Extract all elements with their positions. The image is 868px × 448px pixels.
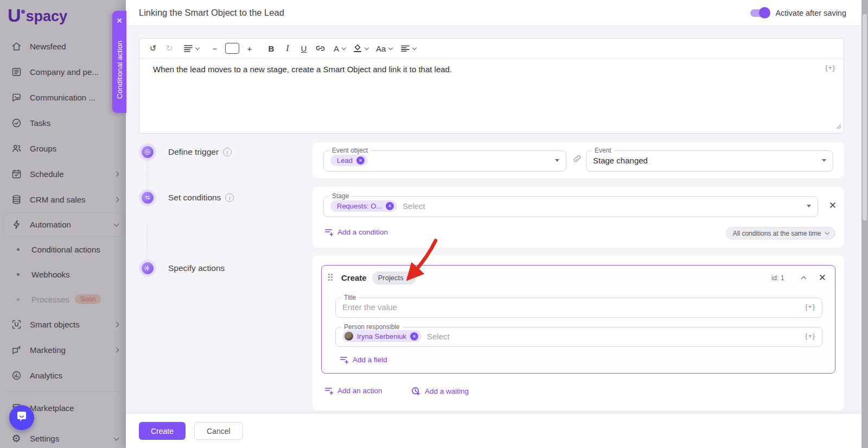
stage-label: Stage — [329, 193, 352, 199]
info-icon[interactable]: i — [225, 193, 234, 202]
chip-remove-icon[interactable]: ✕ — [410, 332, 418, 340]
editor-textarea[interactable]: When the lead moves to a new stage, crea… — [139, 59, 844, 134]
action-card-header: Create Projects id: 1 ✕ — [322, 266, 835, 290]
line-height-icon[interactable] — [183, 41, 200, 55]
action-object-label: Projects — [378, 274, 404, 282]
scrollbar-thumb[interactable] — [863, 14, 867, 220]
add-condition-button[interactable]: Add a condition — [324, 228, 388, 236]
tab-label: Conditional action — [112, 30, 126, 109]
chat-bubble-icon — [15, 410, 28, 425]
activate-toggle-label: Activate after saving — [775, 9, 846, 17]
link-icon[interactable] — [313, 41, 327, 55]
title-field[interactable]: Title Enter the value {+} — [335, 295, 822, 318]
action-verb: Create — [341, 273, 367, 282]
letter-case-icon[interactable]: Aa — [375, 41, 393, 55]
event-object-chip[interactable]: Lead ✕ — [330, 155, 368, 166]
cancel-button[interactable]: Cancel — [194, 422, 243, 440]
person-chip[interactable]: Iryna Serbeniuk ✕ — [342, 330, 422, 342]
chip-remove-icon[interactable]: ✕ — [386, 202, 394, 210]
collapse-icon[interactable] — [801, 276, 806, 281]
stage-select[interactable]: Stage Requests: O... ✕ Select — [323, 193, 818, 217]
actions-bolt-icon — [139, 260, 156, 277]
add-waiting-label: Add a waiting — [425, 387, 469, 395]
step-specify-actions: Specify actions — [139, 260, 225, 277]
select-placeholder: Select — [427, 332, 450, 341]
person-responsible-label: Person responsible — [341, 324, 403, 330]
remove-condition-icon[interactable]: ✕ — [829, 201, 837, 210]
dropdown-caret-icon — [807, 205, 811, 207]
underline-icon[interactable]: U — [297, 41, 311, 55]
trigger-panel: Event object Lead ✕ Event Stage changed — [312, 142, 844, 178]
drag-handle-icon[interactable] — [328, 274, 334, 282]
actions-panel: Create Projects id: 1 ✕ Title Enter the … — [312, 255, 844, 411]
align-icon[interactable] — [400, 41, 417, 55]
increase-font-icon[interactable]: + — [242, 41, 257, 55]
chip-label: Requests: O... — [337, 202, 382, 210]
toggle-knob — [759, 7, 770, 18]
description-editor: ↺ ↻ − + B I U A Aa When the lead moves t… — [139, 38, 844, 134]
page-scrollbar[interactable] — [861, 0, 868, 448]
select-placeholder: Select — [403, 201, 425, 211]
event-value: Stage changed — [593, 156, 648, 165]
step-label: Define trigger — [168, 147, 219, 157]
app-root: U spacy Newsfeed Company and pe... Commu… — [0, 0, 868, 448]
insert-variable-token[interactable]: {+} — [805, 303, 815, 311]
step-label: Specify actions — [168, 263, 225, 273]
step-set-conditions: Set conditionsi — [139, 189, 234, 206]
action-card: Create Projects id: 1 ✕ Title Enter the … — [321, 265, 835, 374]
person-responsible-select[interactable]: Person responsible Iryna Serbeniuk ✕ Sel… — [335, 324, 822, 347]
activate-toggle[interactable] — [750, 9, 769, 17]
chip-label: Iryna Serbeniuk — [357, 332, 406, 340]
editor-toolbar: ↺ ↻ − + B I U A Aa — [139, 39, 844, 59]
conditional-action-drawer: Linking the Smart Object to the Lead Act… — [126, 0, 861, 448]
page-title: Linking the Smart Object to the Lead — [139, 8, 750, 18]
text-color-icon[interactable]: A — [333, 41, 347, 55]
step-define-trigger: Define triggeri — [139, 143, 232, 161]
italic-icon[interactable]: I — [280, 41, 295, 55]
info-icon[interactable]: i — [223, 148, 232, 156]
resize-handle-icon[interactable] — [836, 122, 841, 131]
redo-icon[interactable]: ↻ — [162, 41, 176, 55]
add-waiting-button[interactable]: Add a waiting — [411, 387, 469, 396]
bold-icon[interactable]: B — [264, 41, 278, 55]
remove-action-icon[interactable]: ✕ — [819, 273, 826, 282]
event-object-select[interactable]: Event object Lead ✕ — [323, 148, 566, 172]
insert-variable-token[interactable]: {+} — [805, 332, 815, 340]
add-action-label: Add an action — [337, 387, 382, 395]
insert-variable-token[interactable]: {+} — [825, 64, 835, 72]
chevron-down-icon — [825, 230, 829, 235]
conditions-mode-dropdown[interactable]: All conditions at the same time — [726, 227, 835, 239]
close-icon[interactable]: ✕ — [112, 16, 126, 25]
chip-label: Lead — [337, 156, 353, 165]
decrease-font-icon[interactable]: − — [208, 41, 222, 55]
conditional-action-tab[interactable]: ✕ Conditional action — [112, 11, 126, 113]
drawer-header: Linking the Smart Object to the Lead Act… — [126, 0, 861, 26]
add-lines-icon — [340, 356, 348, 364]
add-field-button[interactable]: Add a field — [340, 356, 387, 364]
event-select[interactable]: Event Stage changed — [586, 148, 833, 172]
editor-text: When the lead moves to a new stage, crea… — [153, 65, 452, 74]
link-chain-icon — [573, 154, 582, 165]
support-chat-button[interactable] — [9, 405, 34, 430]
font-size-box[interactable] — [225, 43, 239, 54]
add-lines-icon — [324, 387, 333, 395]
chip-remove-icon[interactable]: ✕ — [356, 156, 365, 165]
event-object-label: Event object — [329, 148, 371, 153]
create-button[interactable]: Create — [139, 422, 186, 440]
add-field-label: Add a field — [353, 356, 387, 364]
highlight-color-icon[interactable] — [352, 41, 369, 55]
stage-chip[interactable]: Requests: O... ✕ — [330, 200, 397, 212]
trigger-target-icon — [139, 143, 156, 161]
add-condition-label: Add a condition — [337, 228, 388, 236]
dropdown-caret-icon — [555, 159, 559, 162]
modal-dim-overlay — [0, 0, 126, 448]
drawer-footer: Create Cancel — [126, 413, 861, 448]
dropdown-caret-icon — [822, 159, 826, 162]
event-label: Event — [592, 148, 614, 153]
action-object-dropdown[interactable]: Projects — [372, 272, 416, 285]
add-action-button[interactable]: Add an action — [324, 387, 382, 395]
undo-icon[interactable]: ↺ — [146, 41, 160, 55]
action-id: id: 1 — [771, 274, 784, 282]
title-placeholder: Enter the value — [342, 302, 397, 312]
title-label: Title — [341, 295, 359, 300]
